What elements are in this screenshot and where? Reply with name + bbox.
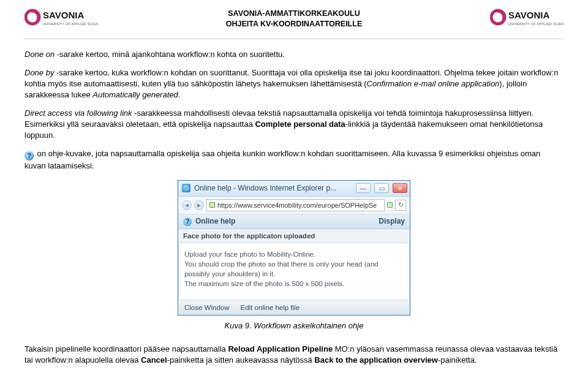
paragraph-done-by: Done by -sarake kertoo, kuka workflow:n …	[24, 67, 564, 100]
help-icon: ?	[24, 151, 34, 161]
figure-caption: Kuva 9. Workflown askelkohtainen ohje	[24, 320, 564, 331]
header-line1: SAVONIA-AMMATTIKORKEAKOULU	[104, 9, 484, 19]
term-done-by: Done by	[24, 68, 54, 77]
close-window-link[interactable]: Close Window	[184, 304, 230, 311]
help-panel-header: ?Online help Display	[178, 214, 410, 229]
logo-sub-text: UNIVERSITY OF APPLIED SCIENCES	[43, 22, 98, 26]
url-field[interactable]: https://www.service4mobility.com/europe/…	[206, 199, 385, 211]
ie-window: Online help - Windows Internet Explorer …	[178, 180, 410, 316]
logo-brand-text: SAVONIA	[43, 10, 84, 20]
help-panel-display: Display	[379, 217, 405, 225]
window-close-button[interactable]: ✕	[393, 183, 407, 193]
svg-text:SAVONIA: SAVONIA	[508, 10, 549, 20]
term-auto-generated: Automatically generated	[92, 90, 178, 99]
security-lock-icon	[387, 202, 393, 208]
page-header: SAVONIA UNIVERSITY OF APPLIED SCIENCES S…	[24, 0, 564, 36]
nav-back-button[interactable]: ◄	[182, 200, 192, 210]
paragraph-help-icon: ? on ohje-kuvake, jota napsauttamalla op…	[24, 148, 564, 172]
help-body-line1: Upload your face photo to Mobility-Onlin…	[184, 249, 404, 259]
paragraph-direct-access: Direct access via following link -sarakk…	[24, 108, 564, 141]
term-complete-personal-data: Complete personal data	[255, 119, 345, 129]
url-text: https://www.service4mobility.com/europe/…	[217, 202, 377, 209]
edit-help-link[interactable]: Edit online help file	[241, 304, 300, 311]
logo-left: SAVONIA UNIVERSITY OF APPLIED SCIENCES	[24, 6, 104, 32]
nav-forward-button[interactable]: ►	[194, 200, 204, 210]
paragraph-done-on: Done on -sarake kertoo, minä ajankohtana…	[24, 49, 564, 60]
header-titles: SAVONIA-AMMATTIKORKEAKOULU OHJEITA KV-KO…	[104, 6, 484, 29]
help-panel-title-wrap: ?Online help	[183, 217, 235, 226]
help-body: Upload your face photo to Mobility-Onlin…	[178, 243, 410, 300]
ie-app-icon	[182, 184, 190, 192]
paragraph-return-pipeline: Takaisin pipelinelle koordinaattori pääs…	[24, 344, 564, 366]
term-direct-access: Direct access via following link	[24, 108, 132, 118]
term-cancel: Cancel	[141, 355, 167, 365]
help-section-title: Face photo for the applicaton uploaded	[178, 229, 410, 243]
term-done-on: Done on	[24, 50, 55, 59]
help-panel-title: Online help	[195, 217, 235, 225]
help-body-line3: The maximum size of the photo is 500 x 5…	[184, 279, 404, 289]
ie-address-bar: ◄ ► https://www.service4mobility.com/eur…	[178, 197, 410, 214]
maximize-button[interactable]: ▭	[374, 183, 389, 193]
lock-icon	[209, 202, 215, 208]
term-confirmation-email: Confirmation e-mail online application	[367, 79, 500, 88]
ie-titlebar: Online help - Windows Internet Explorer …	[178, 181, 410, 197]
minimize-button[interactable]: —	[356, 183, 371, 193]
term-back-to-overview: Back to the application overview	[314, 355, 438, 365]
ie-window-title: Online help - Windows Internet Explorer …	[194, 184, 352, 192]
header-divider	[24, 39, 564, 39]
logo-right: SAVONIA UNIVERSITY OF APPLIED SCIENCES	[484, 6, 564, 32]
help-body-line2: You should crop the photo so that there …	[184, 259, 404, 279]
header-line2: OHJEITA KV-KOORDINAATTOREILLE	[104, 19, 484, 29]
ie-screenshot: Online help - Windows Internet Explorer …	[24, 180, 564, 316]
help-footer: Close Window Edit online help file	[178, 300, 410, 315]
term-reload-pipeline: Reload Application Pipeline	[228, 344, 333, 353]
svg-text:UNIVERSITY OF APPLIED SCIENCES: UNIVERSITY OF APPLIED SCIENCES	[508, 22, 564, 26]
refresh-button[interactable]: ↻	[395, 200, 406, 211]
question-icon: ?	[183, 217, 192, 226]
